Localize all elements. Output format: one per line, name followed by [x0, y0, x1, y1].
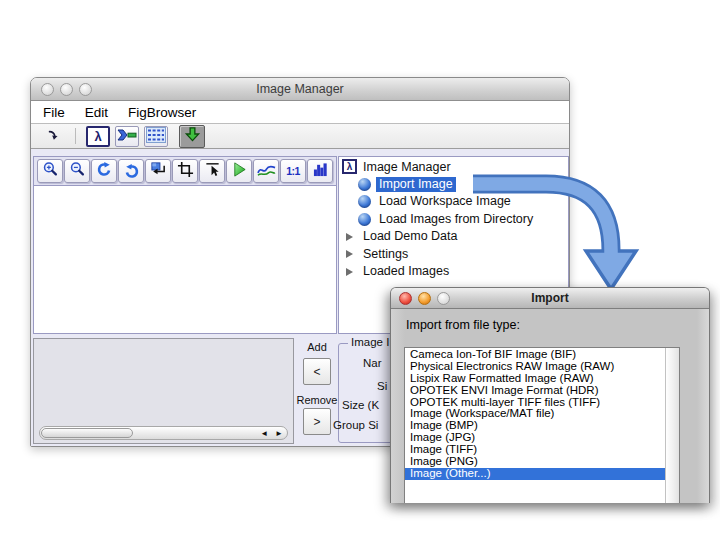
image-display-panel: 1:1 — [33, 156, 337, 334]
close-button[interactable] — [399, 292, 412, 305]
list-stripes-icon — [146, 127, 166, 146]
import-dialog-titlebar[interactable]: Import — [391, 288, 709, 309]
zoom-button[interactable] — [437, 292, 450, 305]
menu-bar: File Edit FigBrowser — [31, 101, 569, 124]
tree-item-load-workspace-image[interactable]: Load Workspace Image — [339, 193, 568, 211]
file-type-option[interactable]: Image (Other...) — [405, 468, 665, 480]
dock-arrow-button[interactable] — [41, 126, 65, 147]
toolbar-separator — [75, 128, 76, 144]
scrollbar-thumb[interactable] — [41, 428, 133, 438]
scroll-right-arrow[interactable]: ► — [275, 429, 283, 438]
tree-item-load-images-from-directory[interactable]: Load Images from Directory — [339, 211, 568, 229]
dialog-window-controls — [399, 292, 450, 305]
rotate-clockwise-icon — [96, 161, 113, 181]
zoom-in-icon — [42, 161, 59, 181]
file-type-list: Cameca Ion-Tof BIF Image (BIF)Physical E… — [405, 349, 665, 480]
tree-item-label: Import Image — [376, 177, 456, 192]
expand-triangle-icon[interactable] — [346, 268, 353, 276]
close-button[interactable] — [41, 83, 54, 96]
field-label-name: Nar — [363, 357, 382, 369]
tree-item-import-image[interactable]: Import Image — [339, 176, 568, 194]
crop-button[interactable] — [172, 159, 198, 183]
play-icon — [231, 161, 248, 181]
tree-item-label: Settings — [360, 247, 411, 262]
list-stripes-button[interactable] — [144, 126, 168, 147]
expand-triangle-icon[interactable] — [346, 250, 353, 258]
menu-edit[interactable]: Edit — [85, 105, 108, 120]
field-label-size: Si — [377, 380, 387, 392]
lambda-icon: λ — [342, 159, 357, 174]
download-arrow-icon — [184, 126, 201, 146]
actual-size-label: 1:1 — [286, 165, 300, 177]
blue-sphere-icon — [358, 195, 371, 208]
lambda-icon: λ — [94, 129, 101, 144]
pixel-connector-icon — [117, 127, 137, 146]
blue-sphere-icon — [358, 178, 371, 191]
menu-figbrowser[interactable]: FigBrowser — [128, 105, 196, 120]
field-label-size-kb: Size (K — [342, 399, 379, 411]
pixel-connector-button[interactable] — [115, 126, 139, 147]
window-controls — [41, 83, 92, 96]
add-remove-panel: Add < Remove > — [296, 338, 338, 444]
tree-items: Import ImageLoad Workspace ImageLoad Ima… — [339, 176, 568, 281]
rotate-clockwise-button[interactable] — [91, 159, 117, 183]
rotate-counterclockwise-button[interactable] — [118, 159, 144, 183]
rotate-counterclockwise-icon — [123, 163, 140, 180]
import-dialog: Import Import from file type: Cameca Ion… — [390, 287, 710, 503]
window-title: Image Manager — [256, 82, 344, 96]
zoom-in-button[interactable] — [37, 159, 63, 183]
blue-sphere-icon — [358, 213, 371, 226]
thumbnail-strip-panel: ◄ ► — [33, 338, 294, 444]
image-manager-titlebar[interactable]: Image Manager — [31, 78, 569, 101]
shift-image-icon — [150, 161, 167, 181]
menu-file[interactable]: File — [43, 105, 65, 120]
tree-item-settings[interactable]: Settings — [339, 246, 568, 264]
zoom-out-button[interactable] — [64, 159, 90, 183]
select-region-icon — [204, 161, 221, 181]
actual-size-button[interactable]: 1:1 — [280, 159, 306, 183]
tree-root-label: Image Manager — [363, 160, 451, 174]
figbrowser-lambda-button[interactable]: λ — [86, 126, 110, 147]
vertical-scrollbar[interactable] — [665, 348, 679, 503]
shift-image-button[interactable] — [145, 159, 171, 183]
tree-item-load-demo-data[interactable]: Load Demo Data — [339, 228, 568, 246]
crop-icon — [177, 161, 194, 181]
file-type-prompt: Import from file type: — [406, 318, 520, 332]
remove-label: Remove — [296, 394, 338, 406]
select-region-button[interactable] — [199, 159, 225, 183]
dialog-title: Import — [531, 291, 568, 305]
spectrum-icon — [257, 162, 276, 181]
main-toolbar: λ — [31, 124, 569, 149]
zoom-button[interactable] — [79, 83, 92, 96]
file-type-option[interactable]: Lispix Raw Formatted Image (RAW) — [405, 373, 665, 385]
tree-root[interactable]: λ Image Manager — [339, 158, 568, 176]
minimize-button[interactable] — [418, 292, 431, 305]
image-toolbar: 1:1 — [34, 157, 336, 186]
scroll-left-arrow[interactable]: ◄ — [260, 429, 268, 438]
file-type-option[interactable]: Physical Electronics RAW Image (RAW) — [405, 361, 665, 373]
screenshot-canvas: Image Manager File Edit FigBrowser λ — [0, 0, 720, 540]
expand-triangle-icon[interactable] — [346, 233, 353, 241]
add-label: Add — [296, 341, 338, 353]
histogram-icon — [312, 162, 329, 180]
tree-item-loaded-images[interactable]: Loaded Images — [339, 263, 568, 281]
horizontal-scrollbar[interactable]: ◄ ► — [39, 426, 288, 440]
play-button[interactable] — [226, 159, 252, 183]
dock-arrow-icon — [47, 128, 60, 144]
file-type-listbox: Cameca Ion-Tof BIF Image (BIF)Physical E… — [404, 347, 680, 503]
histogram-button[interactable] — [307, 159, 333, 183]
minimize-button[interactable] — [60, 83, 73, 96]
zoom-out-icon — [69, 161, 86, 181]
image-info-legend: Image I — [348, 336, 392, 348]
tree-item-label: Load Workspace Image — [376, 194, 514, 209]
tree-item-label: Load Demo Data — [360, 229, 461, 244]
add-button[interactable]: < — [303, 358, 331, 385]
spectrum-button[interactable] — [253, 159, 279, 183]
field-label-group-size: Group Si — [333, 419, 378, 431]
remove-button[interactable]: > — [303, 408, 331, 435]
file-type-option[interactable]: OPOTEK ENVI Image Format (HDR) — [405, 385, 665, 397]
tree-item-label: Loaded Images — [360, 264, 452, 279]
tree-item-label: Load Images from Directory — [376, 212, 536, 227]
import-download-button[interactable] — [179, 125, 205, 148]
